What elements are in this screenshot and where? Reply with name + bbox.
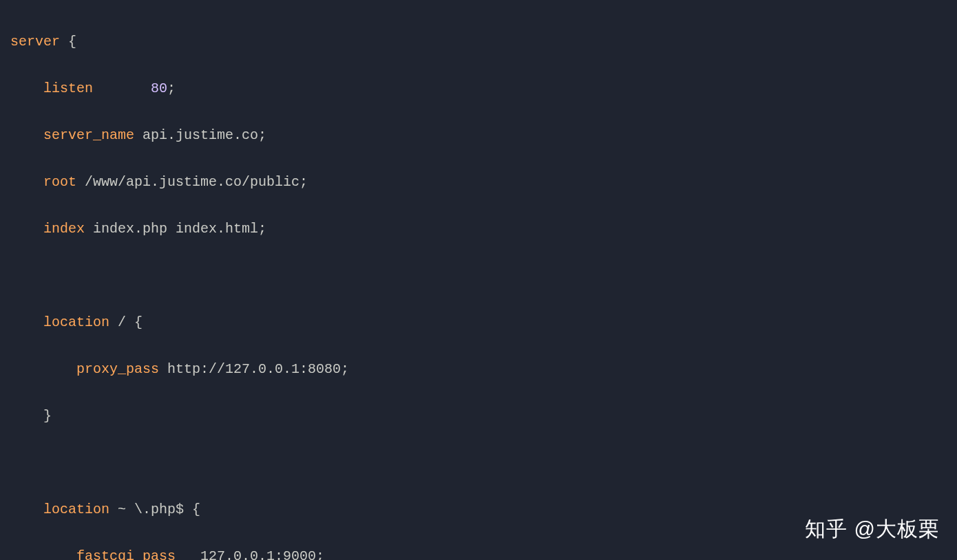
code-line — [10, 264, 947, 288]
code-line: fastcgi_pass 127.0.0.1:9000; — [10, 545, 947, 560]
code-line: server { — [10, 30, 947, 54]
code-line: proxy_pass http://127.0.0.1:8080; — [10, 358, 947, 381]
watermark-text: 知乎 @大板栗 — [805, 511, 940, 546]
code-line: location / { — [10, 311, 947, 334]
code-line: index index.php index.html; — [10, 217, 947, 241]
code-line — [10, 451, 947, 475]
code-line: root /www/api.justime.co/public; — [10, 171, 947, 194]
code-line: listen 80; — [10, 77, 947, 100]
code-line: } — [10, 405, 947, 428]
code-editor: server { listen 80; server_name api.just… — [10, 7, 947, 560]
code-line: server_name api.justime.co; — [10, 124, 947, 147]
